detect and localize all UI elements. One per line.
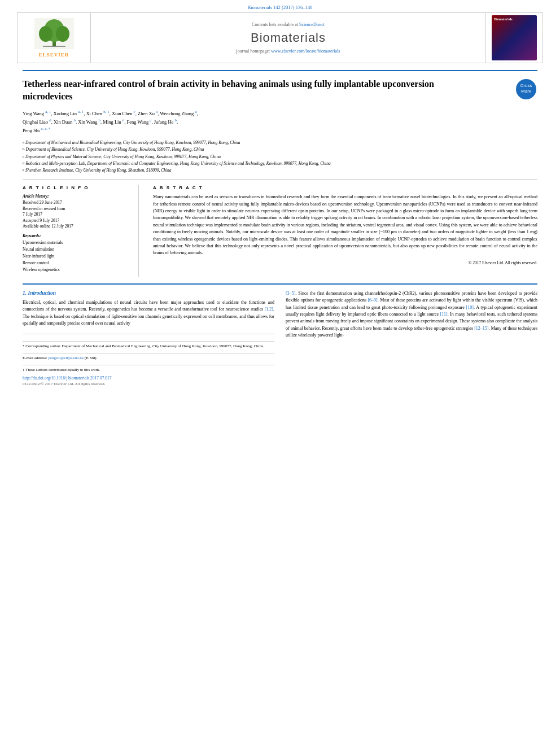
footnote-email: E-mail address: pengshi@cityu.edu.hk (P.… — [23, 353, 274, 361]
author-line1: Ying Wang a, 1, Xudong Lin a, 1, Xi Chen… — [23, 111, 198, 116]
journal-header: ELSEVIER Contents lists available at Sci… — [17, 12, 543, 63]
revised-label: Received in revised form — [23, 206, 124, 212]
keyword-3: Near-infrared light — [23, 253, 124, 260]
received-date: Received 29 June 2017 — [23, 200, 124, 206]
abstract-text: Many nanomaterials can be used as sensor… — [153, 194, 537, 257]
footnote-equal-contrib: 1 These authors contributed equally to t… — [23, 365, 274, 373]
body-col-right: [3–5]. Since the first demonstration usi… — [286, 290, 537, 386]
elsevier-brand: ELSEVIER — [34, 52, 74, 58]
footnotes-section: * Corresponding author. Department of Me… — [23, 334, 274, 386]
intro-title: 1. Introduction — [23, 290, 274, 296]
main-content: Tetherless near-infrared control of brai… — [0, 63, 560, 386]
affil-c: c Department of Physics and Material Sci… — [23, 154, 537, 160]
article-history: Article history: Received 29 June 2017 R… — [23, 194, 124, 230]
svg-point-4 — [56, 26, 69, 42]
article-info-header: A R T I C L E I N F O — [23, 185, 124, 190]
affil-d: d Robotics and Multi-perception Lab, Dep… — [23, 160, 537, 167]
publisher-logo: ELSEVIER — [18, 13, 91, 63]
author-line3: Peng Shi a, e, * — [23, 128, 50, 133]
keyword-2: Neural stimulation — [23, 246, 124, 253]
abstract-copyright: © 2017 Elsevier Ltd. All rights reserved… — [153, 260, 537, 265]
journal-info: Contents lists available at ScienceDirec… — [91, 13, 486, 63]
revised-date: 7 July 2017 — [23, 212, 124, 218]
authors-section: Ying Wang a, 1, Xudong Lin a, 1, Xi Chen… — [23, 109, 537, 135]
svg-point-3 — [39, 26, 53, 42]
affil-b: b Department of Biomedical Science, City… — [23, 146, 537, 152]
available-date: Available online 12 July 2017 — [23, 224, 124, 230]
abstract-section: A B S T R A C T Many nanomaterials can b… — [153, 185, 537, 277]
keyword-4: Remote control — [23, 260, 124, 267]
section-divider — [138, 185, 139, 277]
intro-text-left: Electrical, optical, and chemical manipu… — [23, 299, 274, 327]
crossmark-icon: Cross Mark — [515, 78, 537, 101]
affil-e: e Shenzhen Research Institute, City Univ… — [23, 167, 537, 173]
accepted-date: Accepted 9 July 2017 — [23, 218, 124, 224]
two-column-body: 1. Introduction Electrical, optical, and… — [23, 290, 537, 386]
svg-text:Mark: Mark — [521, 89, 532, 94]
author-line2: Qinghai Liao d, Xin Duan b, Xin Wang b, … — [23, 119, 178, 125]
info-abstract-section: A R T I C L E I N F O Article history: R… — [23, 179, 537, 277]
journal-citation: Biomaterials 142 (2017) 136–148 — [0, 0, 560, 12]
abstract-header: A B S T R A C T — [153, 185, 537, 190]
elsevier-tree-icon — [34, 18, 74, 49]
article-info: A R T I C L E I N F O Article history: R… — [23, 185, 124, 277]
issn-copyright: 0142-9612/© 2017 Elsevier Ltd. All right… — [23, 382, 274, 386]
journal-name-header: Biomaterials — [251, 30, 326, 45]
svg-text:Cross: Cross — [520, 83, 532, 88]
keyword-5: Wireless optogenetics — [23, 267, 124, 273]
homepage-line: journal homepage: www.elsevier.com/locat… — [237, 49, 340, 54]
journal-cover-image: Biomaterials — [486, 13, 542, 63]
body-content: 1. Introduction Electrical, optical, and… — [23, 283, 537, 386]
doi-link: http://dx.doi.org/10.1016/j.biomaterials… — [23, 375, 274, 381]
intro-text-right: [3–5]. Since the first demonstration usi… — [286, 290, 537, 339]
history-label: Article history: — [23, 194, 124, 199]
affil-a: a Department of Mechanical and Biomedica… — [23, 139, 537, 146]
page: Biomaterials 142 (2017) 136–148 ELSEVIER — [0, 0, 560, 747]
keyword-1: Upconversion materials — [23, 239, 124, 246]
keywords-section: Keywords: Upconversion materials Neural … — [23, 233, 124, 273]
article-title-section: Tetherless near-infrared control of brai… — [23, 70, 537, 103]
body-col-left: 1. Introduction Electrical, optical, and… — [23, 290, 274, 386]
keywords-list: Upconversion materials Neural stimulatio… — [23, 239, 124, 273]
sciencedirect-line: Contents lists available at ScienceDirec… — [252, 22, 325, 27]
affiliations-section: a Department of Mechanical and Biomedica… — [23, 139, 537, 173]
keywords-label: Keywords: — [23, 233, 124, 238]
footnote-corresponding: * Corresponding author. Department of Me… — [23, 341, 274, 350]
article-title: Tetherless near-infrared control of brai… — [23, 78, 485, 103]
